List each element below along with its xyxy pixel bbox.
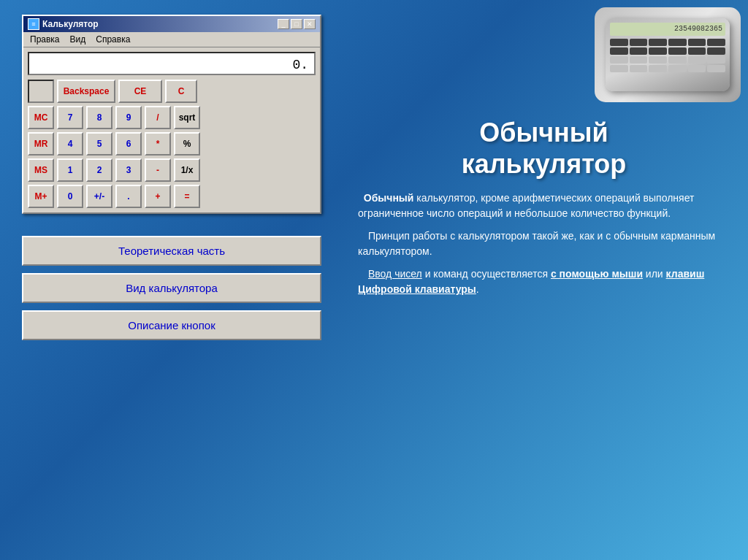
mc-button[interactable]: MC xyxy=(28,106,54,129)
menu-help[interactable]: Справка xyxy=(94,34,132,45)
menu-edit[interactable]: Правка xyxy=(28,34,62,45)
calc-graphic: 23549082365 xyxy=(606,18,730,91)
left-panel: ≡ Калькулятор _ □ ✕ Правка Вид Справка 0… xyxy=(0,0,343,560)
calc-display: 0. xyxy=(28,52,316,75)
fk-1 xyxy=(610,39,628,46)
fk-17 xyxy=(688,56,706,64)
maximize-button[interactable]: □ xyxy=(291,19,302,29)
backspace-button[interactable]: Backspace xyxy=(57,80,115,103)
fk-24 xyxy=(707,65,725,72)
btn-mul[interactable]: * xyxy=(145,132,171,156)
fk-15 xyxy=(649,56,667,64)
fk-18 xyxy=(707,56,725,64)
nav-theoretical[interactable]: Теоретическая часть xyxy=(22,236,321,266)
fk-5 xyxy=(688,39,706,46)
fk-23 xyxy=(688,65,706,72)
titlebar-left: ≡ Калькулятор xyxy=(28,18,99,30)
close-button[interactable]: ✕ xyxy=(304,19,316,29)
nav-buttons: Теоретическая часть Вид калькулятора Опи… xyxy=(22,236,321,340)
btn-row-4: M+ 0 +/- . + = xyxy=(28,185,316,208)
btn-sign[interactable]: +/- xyxy=(86,185,112,208)
nav-description[interactable]: Описание кнопок xyxy=(22,310,321,340)
para1-bold: Обычный xyxy=(364,192,414,204)
nav-view[interactable]: Вид калькулятора xyxy=(22,273,321,303)
fk-13 xyxy=(610,56,628,64)
fk-12 xyxy=(707,47,725,55)
fk-7 xyxy=(610,47,628,55)
fk-10 xyxy=(668,47,687,55)
btn-3[interactable]: 3 xyxy=(115,158,142,182)
para2: Принцип работы с калькулятором такой же,… xyxy=(358,229,730,259)
btn-row-2: MR 4 5 6 * % xyxy=(28,132,316,156)
para3-underline1: Ввод чисел xyxy=(368,268,422,280)
mr-button[interactable]: MR xyxy=(28,132,54,156)
fk-21 xyxy=(649,65,667,72)
fk-11 xyxy=(688,47,706,55)
btn-0[interactable]: 0 xyxy=(57,185,83,208)
fk-19 xyxy=(610,65,628,72)
menubar: Правка Вид Справка xyxy=(23,32,320,47)
calc-body: 0. Backspace CE C MC 7 8 9 / sqrt xyxy=(23,47,320,212)
fk-9 xyxy=(649,47,667,55)
btn-row-0: Backspace CE C xyxy=(28,80,316,103)
btn-eq[interactable]: = xyxy=(174,185,200,208)
btn-div[interactable]: / xyxy=(145,106,171,129)
fk-8 xyxy=(630,47,648,55)
button-area: Backspace CE C MC 7 8 9 / sqrt MR 4 xyxy=(28,80,316,208)
fk-16 xyxy=(668,56,687,64)
fake-keys xyxy=(610,39,725,72)
para3-mid: и команд осуществляется xyxy=(422,268,551,280)
fk-6 xyxy=(707,39,725,46)
fk-22 xyxy=(668,65,687,72)
titlebar: ≡ Калькулятор _ □ ✕ xyxy=(23,16,320,32)
btn-row-3: MS 1 2 3 - 1/x xyxy=(28,158,316,182)
btn-9[interactable]: 9 xyxy=(115,106,142,129)
app-icon: ≡ xyxy=(28,18,39,30)
para3: Ввод чисел и команд осуществляется с пом… xyxy=(358,266,730,297)
btn-5[interactable]: 5 xyxy=(86,132,112,156)
titlebar-buttons: _ □ ✕ xyxy=(278,19,316,29)
btn-sub[interactable]: - xyxy=(145,158,171,182)
para3-mid2: или xyxy=(643,268,666,280)
calculator-window: ≡ Калькулятор _ □ ✕ Правка Вид Справка 0… xyxy=(22,15,321,214)
fk-4 xyxy=(668,39,687,46)
para3-end: . xyxy=(476,283,479,295)
btn-sqrt[interactable]: sqrt xyxy=(174,106,200,129)
btn-1[interactable]: 1 xyxy=(57,158,83,182)
btn-row-1: MC 7 8 9 / sqrt xyxy=(28,106,316,129)
para1: Обычный калькулятор, кроме арифметически… xyxy=(358,191,730,221)
btn-7[interactable]: 7 xyxy=(57,106,83,129)
description: Обычный калькулятор, кроме арифметически… xyxy=(358,191,730,304)
ce-button[interactable]: CE xyxy=(118,80,162,103)
btn-2[interactable]: 2 xyxy=(86,158,112,182)
menu-view[interactable]: Вид xyxy=(68,34,88,45)
fk-2 xyxy=(630,39,648,46)
fk-3 xyxy=(649,39,667,46)
minimize-button[interactable]: _ xyxy=(278,19,289,29)
ms-button[interactable]: MS xyxy=(28,158,54,182)
right-panel: 23549082365 xyxy=(343,0,748,560)
title-line1: Обычный xyxy=(479,118,608,147)
title-line2: калькулятор xyxy=(462,149,627,179)
para3-underline2: с помощью мыши xyxy=(551,268,643,280)
btn-8[interactable]: 8 xyxy=(86,106,112,129)
fake-display: 23549082365 xyxy=(610,23,725,36)
btn-dot[interactable]: . xyxy=(115,185,142,208)
page-title: Обычный калькулятор xyxy=(358,117,730,180)
btn-6[interactable]: 6 xyxy=(115,132,142,156)
mplus-button[interactable]: M+ xyxy=(28,185,54,208)
btn-pct[interactable]: % xyxy=(174,132,200,156)
fk-20 xyxy=(630,65,648,72)
check-button[interactable] xyxy=(28,80,54,103)
window-title: Калькулятор xyxy=(42,19,99,29)
btn-add[interactable]: + xyxy=(145,185,171,208)
c-button[interactable]: C xyxy=(165,80,197,103)
fk-14 xyxy=(630,56,648,64)
btn-4[interactable]: 4 xyxy=(57,132,83,156)
btn-inv[interactable]: 1/x xyxy=(174,158,200,182)
calculator-image: 23549082365 xyxy=(595,7,741,102)
